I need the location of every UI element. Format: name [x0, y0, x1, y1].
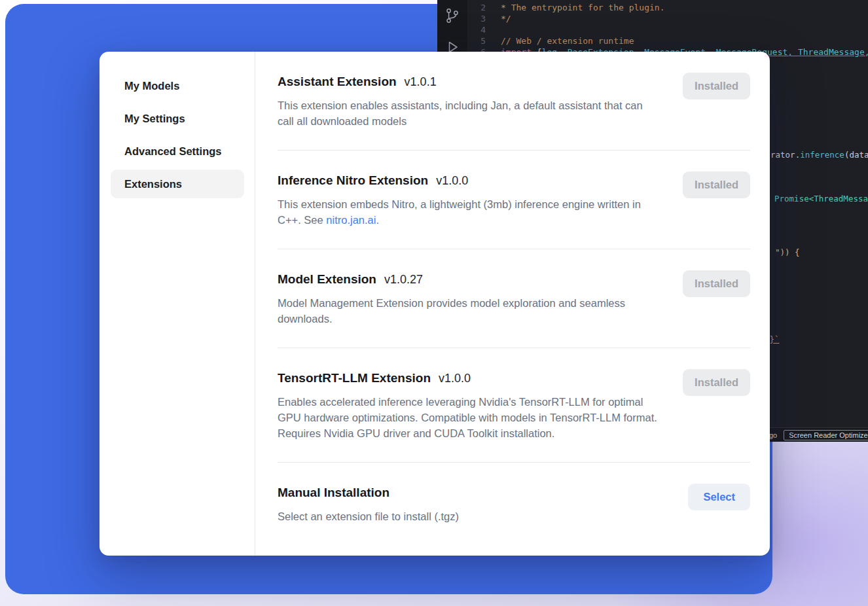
installed-button[interactable]: Installed	[683, 369, 750, 396]
extension-title: Inference Nitro Extensionv1.0.0	[278, 172, 659, 189]
manual-installation-row: Manual Installation Select an extension …	[278, 462, 750, 545]
select-file-button[interactable]: Select	[688, 484, 750, 510]
code-line: 5 // Web / extension runtime	[467, 35, 868, 46]
code-comment: * The entrypoint for the plugin.	[486, 2, 664, 13]
code-fragment-paren: ")) {	[775, 247, 800, 257]
code-fragment-inference: rator.inference(data));	[770, 150, 868, 160]
code-text: (data));	[844, 150, 868, 160]
code-comment: */	[486, 13, 511, 24]
extension-version: v1.0.0	[436, 174, 468, 187]
code-text: inference	[800, 150, 844, 160]
installed-button[interactable]: Installed	[683, 73, 750, 99]
code-empty	[486, 24, 501, 35]
sidebar-item-my-models[interactable]: My Models	[111, 71, 244, 100]
code-line: 3 */	[467, 13, 868, 24]
status-language[interactable]: go	[769, 431, 777, 439]
settings-sidebar: My Models My Settings Advanced Settings …	[99, 52, 255, 556]
code-line: 2 * The entrypoint for the plugin.	[467, 2, 868, 13]
extension-name: Model Extension	[278, 272, 376, 286]
source-control-icon[interactable]	[444, 7, 461, 25]
sidebar-item-extensions[interactable]: Extensions	[111, 169, 244, 198]
extension-version: v1.0.1	[405, 75, 437, 88]
sidebar-item-my-settings[interactable]: My Settings	[111, 104, 244, 133]
extension-name: Assistant Extension	[278, 75, 397, 88]
extension-info: Model Extensionv1.0.27 Model Management …	[278, 271, 659, 327]
extension-version: v1.0.0	[439, 372, 471, 385]
extension-name: TensortRT-LLM Extension	[278, 371, 431, 385]
extension-row-nitro: Inference Nitro Extensionv1.0.0 This ext…	[278, 150, 750, 249]
extension-title: TensortRT-LLM Extensionv1.0.0	[278, 370, 659, 387]
code-text: rator.	[770, 150, 800, 160]
code-line: 4	[467, 24, 868, 35]
installed-button[interactable]: Installed	[683, 270, 750, 297]
screen-reader-optimized-badge[interactable]: Screen Reader Optimized	[784, 430, 868, 440]
settings-modal: My Models My Settings Advanced Settings …	[99, 52, 770, 556]
extension-description: This extension embeds Nitro, a lightweig…	[278, 196, 659, 228]
extension-row-model: Model Extensionv1.0.27 Model Management …	[278, 249, 750, 348]
extension-version: v1.0.27	[384, 273, 423, 286]
code-comment: // Web / extension runtime	[486, 35, 634, 46]
extension-title: Model Extensionv1.0.27	[278, 271, 659, 288]
sidebar-item-advanced-settings[interactable]: Advanced Settings	[111, 137, 244, 166]
line-number: 5	[467, 35, 486, 46]
line-number: 2	[467, 2, 486, 13]
extension-description: Enables accelerated inference leveraging…	[278, 394, 659, 441]
line-number: 4	[467, 24, 486, 35]
extensions-list: Assistant Extensionv1.0.1 This extension…	[255, 52, 770, 556]
extension-row-tensorrt: TensortRT-LLM Extensionv1.0.0 Enables ac…	[278, 348, 750, 462]
extension-info: TensortRT-LLM Extensionv1.0.0 Enables ac…	[278, 370, 659, 441]
extension-info: Manual Installation Select an extension …	[278, 484, 459, 524]
extension-row-assistant: Assistant Extensionv1.0.1 This extension…	[278, 52, 750, 150]
extension-title: Assistant Extensionv1.0.1	[278, 73, 659, 90]
installed-button[interactable]: Installed	[683, 171, 750, 198]
extension-info: Assistant Extensionv1.0.1 This extension…	[278, 73, 659, 129]
nitro-jan-ai-link[interactable]: nitro.jan.ai.	[326, 214, 379, 226]
extension-description: This extension enables assistants, inclu…	[278, 98, 659, 129]
manual-installation-description: Select an extension file to install (.tg…	[278, 508, 459, 524]
extension-name: Inference Nitro Extension	[278, 173, 428, 187]
code-area: 2 * The entrypoint for the plugin. 3 */ …	[467, 2, 868, 58]
line-number: 3	[467, 13, 486, 24]
extension-description: Model Management Extension provides mode…	[278, 295, 659, 327]
code-fragment-promise: Promise<ThreadMessage>	[774, 194, 868, 204]
extension-info: Inference Nitro Extensionv1.0.0 This ext…	[278, 172, 659, 228]
manual-installation-title: Manual Installation	[278, 484, 459, 501]
